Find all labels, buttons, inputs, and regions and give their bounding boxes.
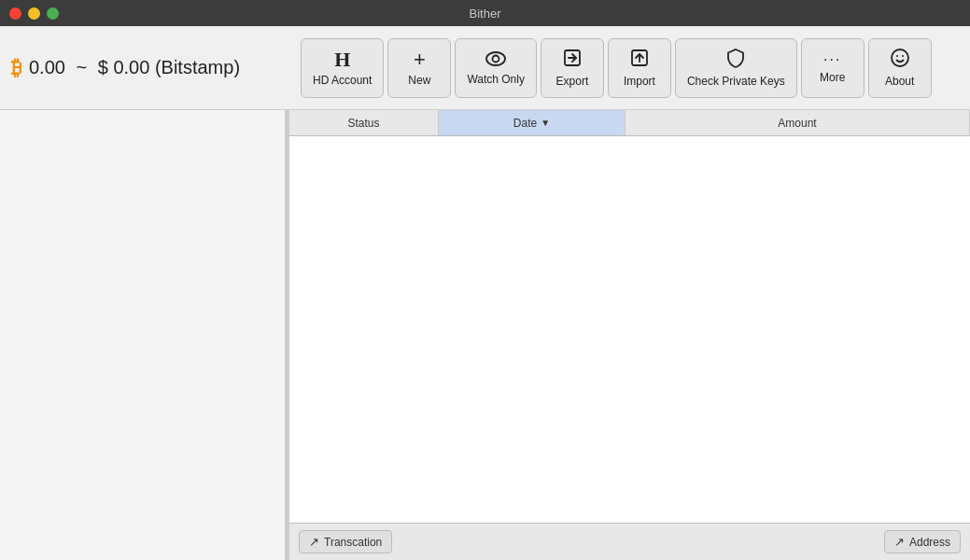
more-icon: ···: [823, 52, 841, 67]
sort-arrow-icon: ▼: [541, 118, 550, 128]
left-panel: [0, 110, 289, 560]
about-button[interactable]: About: [868, 38, 932, 98]
column-amount[interactable]: Amount: [626, 110, 970, 135]
balance-section: ₿ 0.00 ~ $ 0.00 (Bitstamp): [11, 56, 301, 80]
right-panel: Status Date ▼ Amount ↗ Transcation: [289, 110, 970, 560]
column-date[interactable]: Date ▼: [439, 110, 626, 135]
hd-account-label: HD Account: [313, 74, 372, 87]
table-header: Status Date ▼ Amount: [289, 110, 970, 136]
more-button[interactable]: ··· More: [801, 38, 865, 98]
toolbar: H HD Account + New Watch Only: [301, 38, 959, 98]
top-section: ₿ 0.00 ~ $ 0.00 (Bitstamp) H HD Account …: [0, 26, 970, 110]
main-content: ₿ 0.00 ~ $ 0.00 (Bitstamp) H HD Account …: [0, 26, 970, 560]
check-private-keys-button[interactable]: Check Private Keys: [675, 38, 797, 98]
transaction-label: Transcation: [324, 536, 382, 549]
shield-icon: [725, 48, 746, 71]
transaction-link-icon: ↗: [309, 535, 319, 549]
watch-only-label: Watch Only: [467, 73, 525, 86]
import-icon: [629, 48, 650, 71]
hd-account-icon: H: [334, 49, 350, 70]
window-controls: [9, 7, 59, 20]
svg-point-8: [902, 55, 904, 57]
svg-point-1: [493, 55, 499, 62]
minimize-button[interactable]: [28, 7, 40, 20]
check-private-keys-label: Check Private Keys: [687, 75, 785, 88]
maximize-button[interactable]: [47, 7, 59, 20]
svg-point-0: [486, 52, 505, 65]
bottom-bar: ↗ Transcation ↗ Address: [289, 523, 970, 560]
transaction-button[interactable]: ↗ Transcation: [299, 530, 392, 553]
new-label: New: [408, 74, 430, 87]
export-icon: [562, 48, 583, 71]
plus-icon: +: [414, 49, 426, 70]
svg-point-6: [892, 49, 908, 66]
btc-balance: 0.00 ~ $ 0.00 (Bitstamp): [29, 57, 240, 78]
address-button[interactable]: ↗ Address: [884, 530, 961, 553]
watch-only-button[interactable]: Watch Only: [455, 38, 537, 98]
panel-resizer[interactable]: [285, 110, 288, 560]
more-label: More: [820, 71, 845, 84]
close-button[interactable]: [9, 7, 21, 20]
address-link-icon: ↗: [894, 535, 905, 549]
hd-account-button[interactable]: H HD Account: [301, 38, 384, 98]
column-status[interactable]: Status: [289, 110, 439, 135]
eye-icon: [485, 50, 506, 69]
export-button[interactable]: Export: [541, 38, 604, 98]
content-area: Status Date ▼ Amount ↗ Transcation: [0, 110, 970, 560]
bitcoin-icon: ₿: [11, 56, 21, 80]
about-label: About: [885, 75, 914, 88]
export-label: Export: [556, 75, 589, 88]
svg-point-7: [896, 55, 898, 57]
import-label: Import: [624, 75, 655, 88]
table-body: [289, 136, 970, 523]
new-button[interactable]: + New: [387, 38, 451, 98]
smiley-icon: [890, 48, 910, 71]
title-bar: Bither: [0, 0, 970, 26]
app-title: Bither: [470, 7, 501, 21]
import-button[interactable]: Import: [608, 38, 671, 98]
address-label: Address: [909, 536, 950, 549]
